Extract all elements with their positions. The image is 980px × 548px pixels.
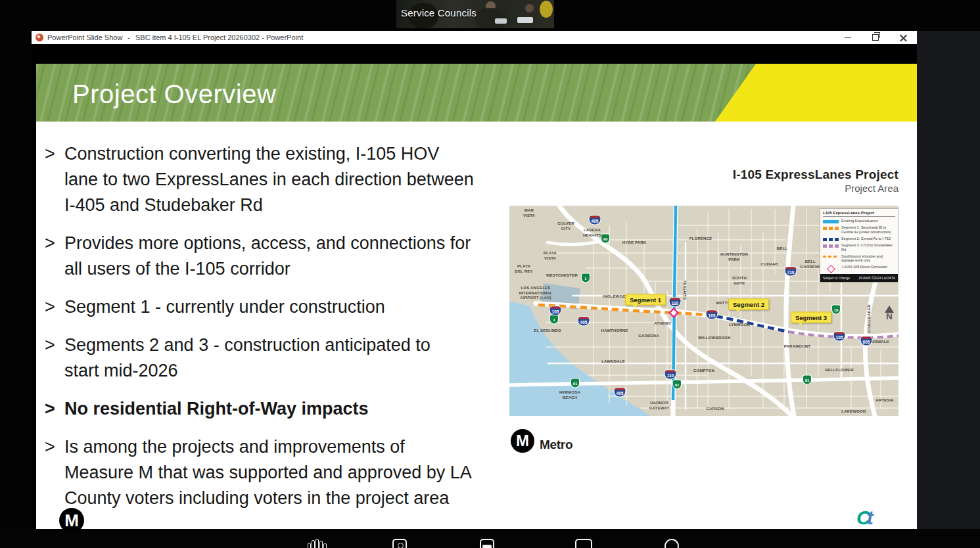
meeting-background xyxy=(917,31,980,548)
bullet-marker: > xyxy=(45,396,64,422)
metro-wordmark: Metro xyxy=(540,438,572,452)
segment-callout: Segment 3 xyxy=(791,312,831,323)
bullet-item: > Provides more options, access, and con… xyxy=(45,231,513,282)
bullet-item: > Is among the projects and improvements… xyxy=(45,434,513,511)
project-area-map: MAR VISTACULVER CITYLADERA HEIGHTSHYDE P… xyxy=(509,206,898,416)
bullet-item: > Segment 1 - currently under constructi… xyxy=(45,294,513,320)
legend-swatch xyxy=(823,220,839,223)
video-thumbnail-label: Service Councils xyxy=(401,7,477,18)
minimize-button[interactable] xyxy=(834,31,862,44)
legend-item: Southbound shoulder and signage work onl… xyxy=(823,254,895,263)
bullet-list: > Construction converting the existing, … xyxy=(45,141,513,524)
legend-swatch xyxy=(823,238,839,241)
reactions-icon[interactable] xyxy=(665,539,679,548)
powerpoint-window: PowerPoint Slide Show - SBC item 4 I-105… xyxy=(32,31,917,548)
legend-item: Existing ExpressLanes xyxy=(823,219,895,223)
bullet-text: Segment 1 - currently under construction xyxy=(64,294,385,320)
raise-hand-icon[interactable] xyxy=(308,539,327,548)
legend-swatch xyxy=(823,227,839,230)
chat-icon[interactable] xyxy=(575,539,592,548)
legend-label: Segment 1: Sepulveda Bl to Central Av (u… xyxy=(841,225,895,235)
video-thumbnail[interactable]: Service Councils xyxy=(396,0,554,28)
app-mode-label: PowerPoint Slide Show xyxy=(47,34,122,41)
legend-items: Existing ExpressLanes Segment 1: Sepulve… xyxy=(823,219,895,272)
legend-footer-code: 25-8405 ©2024 LACMTA xyxy=(858,276,895,280)
bullet-item: > Construction converting the existing, … xyxy=(45,141,513,218)
map-title: I-105 ExpressLanes Project xyxy=(509,168,898,182)
powerpoint-icon xyxy=(35,34,43,41)
bullet-marker: > xyxy=(45,294,64,320)
route-shield: 90 xyxy=(601,235,609,243)
route-shield: 19 xyxy=(832,306,840,314)
close-icon xyxy=(900,34,907,41)
legend-item: Segment 3: I-710 to Studebaker Rd xyxy=(823,243,895,252)
restore-button[interactable] xyxy=(862,31,889,44)
bullet-marker: > xyxy=(45,332,64,384)
bullet-text: Segments 2 and 3 - construction anticipa… xyxy=(64,332,431,384)
laptop-shape xyxy=(517,17,533,23)
title-separator: - xyxy=(128,34,130,41)
slide-title: Project Overview xyxy=(72,64,276,122)
route-shield: 91 xyxy=(571,379,579,388)
legend-label: I-110/I-105 Direct Connector xyxy=(842,265,887,269)
meeting-toolbar xyxy=(0,529,980,548)
minimize-icon xyxy=(845,37,851,38)
metro-logo-icon: M xyxy=(511,429,534,453)
north-arrow: N xyxy=(883,306,896,321)
legend-footer-note: Subject to Change xyxy=(823,276,850,280)
legend-title: I-105 ExpressLanes Project xyxy=(823,211,895,217)
legend-swatch xyxy=(823,244,839,248)
legend-footer: Subject to Change 25-8405 ©2024 LACMTA xyxy=(820,274,898,282)
route-shield: 91 xyxy=(673,380,681,389)
document-title: SBC item 4 I-105 EL Project 20260302 - P… xyxy=(135,34,303,41)
route-shield: 1 xyxy=(582,274,590,283)
bullet-marker: > xyxy=(45,231,64,282)
segment-callout: Segment 2 xyxy=(728,299,769,310)
legend-swatch xyxy=(823,256,839,258)
bullet-marker: > xyxy=(45,434,64,511)
map-legend: I-105 ExpressLanes Project Existing Expr… xyxy=(820,208,898,283)
bullet-marker: > xyxy=(45,141,64,218)
caltrans-logo: Ct xyxy=(856,508,874,528)
route-shield: 1 xyxy=(550,315,558,324)
map-heading: I-105 ExpressLanes Project Project Area xyxy=(509,168,898,194)
bullet-item: > No residential Right-of-Way impacts xyxy=(45,396,513,422)
legend-item: Segment 2: Central Av to I-710 xyxy=(823,237,895,241)
share-screen-icon[interactable] xyxy=(480,539,494,548)
legend-swatch xyxy=(827,265,835,273)
segment-callout: Segment 1 xyxy=(625,294,666,306)
legend-label: Segment 2: Central Av to I-710 xyxy=(841,237,891,241)
legend-label: Existing ExpressLanes xyxy=(841,219,878,223)
bullet-text: Provides more options, access, and conne… xyxy=(64,231,471,282)
bullet-item: > Segments 2 and 3 - construction antici… xyxy=(45,332,513,384)
restore-icon xyxy=(872,34,879,41)
metro-logo-lockup: M Metro xyxy=(511,429,572,453)
legend-item: I-110/I-105 Direct Connector xyxy=(823,265,895,272)
metro-footer-logo: M xyxy=(59,508,84,529)
bullet-text: Construction converting the existing, I-… xyxy=(64,141,474,218)
route-shield: 91 xyxy=(803,376,811,384)
bullet-text: Is among the projects and improvements o… xyxy=(64,434,472,511)
silhouette xyxy=(525,4,534,12)
legend-label: Segment 3: I-710 to Studebaker Rd xyxy=(841,243,895,252)
laptop-shape xyxy=(495,18,507,24)
legend-label: Southbound shoulder and signage work onl… xyxy=(841,254,895,263)
silhouette xyxy=(540,1,553,18)
close-button[interactable] xyxy=(889,31,917,44)
slide[interactable]: Project Overview > Construction converti… xyxy=(36,64,917,529)
camera-icon[interactable] xyxy=(392,539,407,548)
bullet-text: No residential Right-of-Way impacts xyxy=(64,396,369,422)
window-titlebar[interactable]: PowerPoint Slide Show - SBC item 4 I-105… xyxy=(32,31,917,44)
map-subtitle: Project Area xyxy=(509,183,898,194)
legend-item: Segment 1: Sepulveda Bl to Central Av (u… xyxy=(823,225,895,235)
